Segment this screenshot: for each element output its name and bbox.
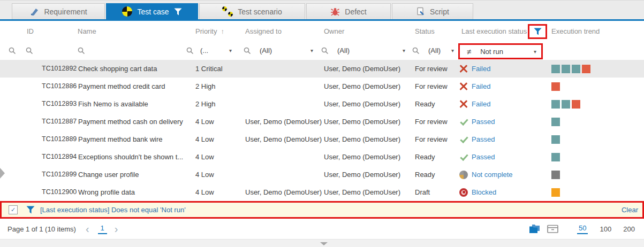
filter-applied-icon [174,8,182,16]
prev-page-icon[interactable]: ‹ [86,223,89,234]
collapse-groups-icon[interactable] [547,225,558,234]
execution-status-link[interactable]: Not complete [472,166,513,183]
column-header-last-execution-status[interactable]: Last execution status [461,21,527,42]
cell-owner: User, Demo (DemoUser) [324,166,411,183]
side-panel-expander-icon[interactable] [0,168,5,179]
clear-filter-link[interactable]: Clear [622,206,638,214]
table-row[interactable]: TC1012893 Fish Nemo is available 2 High … [0,95,644,113]
cell-last-execution-status: Passed [459,113,495,130]
search-icon[interactable] [26,47,33,56]
column-header-assigned-to[interactable]: Assigned to [245,21,282,42]
column-filter-icon[interactable] [534,28,542,35]
cell-name: Payment method cash on delivery [78,113,193,130]
cell-status: For review [415,113,459,130]
page-size-100[interactable]: 100 [600,225,611,233]
cell-name: Payment method credit card [78,78,193,95]
column-header-priority[interactable]: Priority↑ [195,21,224,42]
trend-square [551,188,560,197]
expand-groups-icon[interactable] [528,224,542,234]
table-row[interactable]: TC1012889 Payment method bank wire 4 Low… [0,130,644,148]
chevron-down-icon[interactable]: ▾ [229,42,232,60]
cell-status: Ready [415,148,459,166]
cell-id: TC1012893 [42,95,77,113]
tab-defect[interactable]: Defect [306,3,391,19]
column-header-status[interactable]: Status [415,21,435,42]
table-row[interactable]: TC1012886 Payment method credit card 2 H… [0,78,644,95]
active-filter-description[interactable]: [Last execution status] Does not equal '… [40,206,186,214]
tab-requirement[interactable]: Requirement [12,3,105,19]
cell-owner: User, Demo (DemoUser) [324,148,411,166]
owner-filter-dropdown[interactable]: (All) [337,42,350,60]
chevron-down-icon[interactable]: ▾ [403,42,405,60]
search-icon[interactable] [78,47,85,56]
cell-assigned-to: User, Demo (DemoUser) [245,130,323,148]
cell-name: Change user profile [78,166,193,183]
last-exec-filter-dropdown[interactable]: Not run [480,48,503,56]
page-size-50[interactable]: 50 [577,224,588,234]
page-summary: Page 1 of 1 (10 items) [7,225,76,233]
cell-last-execution-status: Blocked [459,183,496,201]
bottom-strip [0,239,644,247]
execution-status-link[interactable]: Failed [472,95,490,113]
cell-status: Ready [415,95,459,113]
panel-collapse-arrow-icon[interactable] [320,242,328,245]
cell-owner: User, Demo (DemoUser) [324,95,411,113]
chevron-down-icon[interactable]: ▾ [534,49,536,55]
execution-status-link[interactable]: Passed [472,148,495,166]
cell-last-execution-status: Passed [459,130,495,148]
column-header-owner[interactable]: Owner [324,21,344,42]
cell-owner: User, Demo (DemoUser) [324,183,411,201]
not-complete-icon [459,171,468,179]
cell-assigned-to: User, Demo (DemoUser) [245,183,323,201]
page-number[interactable]: 1 [98,224,107,234]
page-size-200[interactable]: 200 [623,225,635,233]
cell-priority: 1 Critical [195,60,223,78]
tab-script[interactable]: Script [392,3,473,19]
table-row[interactable]: TC1012899 Change user profile 4 Low User… [0,166,644,183]
column-header-id[interactable]: ID [27,21,34,42]
tab-test-case[interactable]: Test case [106,3,198,19]
next-page-icon[interactable]: › [115,223,118,234]
not-equal-operator-icon[interactable]: ≠ [467,47,471,56]
execution-status-link[interactable]: Failed [472,60,490,78]
filter-enabled-checkbox[interactable]: ✓ [9,205,18,214]
trend-square [572,100,580,109]
cell-last-execution-status: Failed [459,60,490,78]
chevron-down-icon[interactable]: ▾ [310,42,313,60]
table-row[interactable]: TC1012900 Wrong profile data 4 Low User,… [0,183,644,201]
trend-square [551,153,560,161]
column-header-name[interactable]: Name [78,21,96,42]
table-row[interactable]: TC1012887 Payment method cash on deliver… [0,113,644,130]
search-icon[interactable] [186,47,194,56]
cell-assigned-to [245,148,323,166]
priority-filter-dropdown[interactable]: (... [200,42,208,60]
execution-trend [551,148,560,166]
execution-status-link[interactable]: Passed [472,130,495,148]
trend-square [551,65,560,73]
search-icon[interactable] [412,47,420,56]
status-filter-dropdown[interactable]: (All) [428,42,441,60]
passed-icon [459,153,468,161]
search-icon[interactable] [244,47,251,56]
execution-status-link[interactable]: Blocked [472,183,496,201]
execution-status-link[interactable]: Failed [472,78,490,95]
filter-icon [26,206,35,214]
table-row[interactable]: TC1012894 Exceptions shouldn't be shown … [0,148,644,166]
cell-priority: 2 High [195,78,216,95]
test-management-window: Requirement Test case Test scenario [0,0,644,247]
assigned-to-filter-dropdown[interactable]: (All) [260,42,272,60]
active-filter-bar: ✓ [Last execution status] Does not equal… [0,201,644,219]
test-case-table: TC1012892 Check shopping cart data 1 Cri… [0,60,644,201]
execution-trend [551,60,590,78]
table-row[interactable]: TC1012892 Check shopping cart data 1 Cri… [0,60,644,78]
cell-last-execution-status: Failed [459,78,490,95]
search-icon[interactable] [321,47,329,56]
cell-status: For review [415,130,459,148]
chevron-down-icon[interactable]: ▾ [451,42,454,60]
cell-status: For review [415,78,459,95]
column-header-execution-trend[interactable]: Execution trend [551,21,600,42]
search-icon[interactable] [9,47,16,56]
execution-status-link[interactable]: Passed [472,113,495,130]
cell-id: TC1012886 [42,78,77,95]
tab-test-scenario[interactable]: Test scenario [199,3,305,19]
